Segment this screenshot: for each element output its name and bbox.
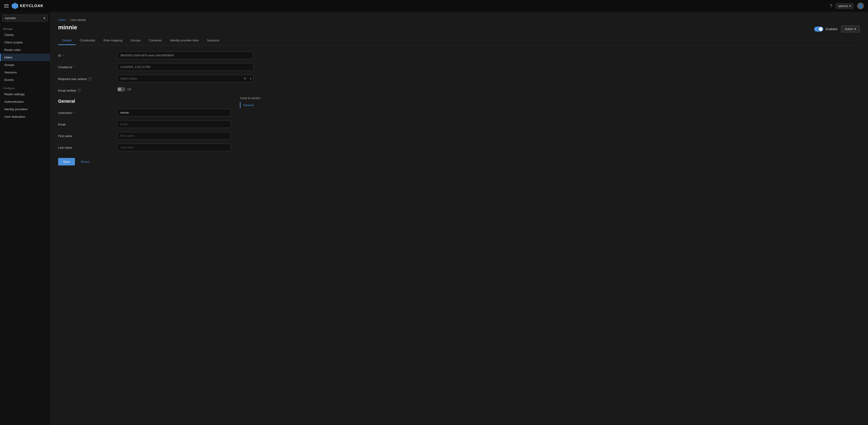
breadcrumb: Users › User details — [58, 18, 860, 22]
username-label: Username * — [58, 109, 117, 115]
sidebar-item-sessions[interactable]: Sessions — [0, 68, 50, 76]
sidebar-item-client-scopes[interactable]: Client scopes — [0, 39, 50, 46]
sidebar-item-realm-roles[interactable]: Realm roles — [0, 46, 50, 54]
breadcrumb-parent[interactable]: Users — [58, 18, 66, 22]
admin-label: admin2 — [838, 4, 848, 8]
id-label: ID * — [58, 52, 117, 57]
created-at-field — [117, 63, 253, 71]
tab-credentials[interactable]: Credentials — [75, 36, 99, 45]
enabled-label: Enabled — [826, 27, 837, 31]
sidebar-item-users[interactable]: Users — [0, 54, 50, 61]
tab-consents[interactable]: Consents — [145, 36, 166, 45]
header-actions: Enabled Action ▾ — [814, 25, 860, 32]
sidebar: myrealm ▾ Manage Clients Client scopes R… — [0, 12, 50, 425]
save-button[interactable]: Save — [58, 158, 75, 166]
tab-role-mapping[interactable]: Role mapping — [99, 36, 126, 45]
action-label: Action — [845, 27, 853, 31]
page-title: minnie — [58, 24, 77, 31]
id-required-star: * — [62, 54, 64, 57]
logo-area: KEYCLOAK — [12, 3, 43, 9]
content-area: Users › User details minnie Enabled Acti… — [50, 12, 868, 425]
avatar[interactable]: 👤 — [857, 2, 864, 9]
created-at-row: Created at * — [58, 63, 253, 71]
general-layout: General Username * Email — [58, 96, 860, 166]
created-at-label: Created at * — [58, 63, 117, 69]
jump-to-label: Jump to section — [240, 96, 281, 100]
email-field[interactable] — [117, 120, 231, 128]
nav-left: KEYCLOAK — [4, 3, 43, 9]
general-section-title: General — [58, 98, 231, 104]
select-clear-icon[interactable]: ✕ — [242, 76, 248, 81]
breadcrumb-current: User details — [70, 18, 86, 22]
email-verified-toggle[interactable] — [117, 87, 125, 92]
username-field[interactable] — [117, 109, 231, 116]
required-actions-row: Required user actions ? ✕ ▾ — [58, 75, 253, 82]
enabled-toggle[interactable]: Enabled — [814, 27, 837, 32]
top-form-section: ID * Created at * Required user actions … — [58, 52, 253, 92]
tab-details[interactable]: Details — [58, 36, 75, 45]
keycloak-logo-icon — [12, 3, 18, 9]
email-verified-state: Off — [127, 88, 131, 91]
tabs-bar: Details Credentials Role mapping Groups … — [58, 36, 860, 45]
id-field — [117, 52, 253, 59]
email-verified-help-icon[interactable]: ? — [77, 89, 81, 92]
admin-dropdown[interactable]: admin2 ▾ — [836, 3, 854, 9]
configure-section-label: Configure — [0, 84, 50, 90]
logo-text: KEYCLOAK — [20, 4, 43, 8]
tab-groups[interactable]: Groups — [126, 36, 145, 45]
email-verified-label: Email verified ? — [58, 86, 117, 92]
tab-sessions[interactable]: Sessions — [203, 36, 223, 45]
manage-section-label: Manage — [0, 24, 50, 31]
realm-selector[interactable]: myrealm ▾ — [2, 15, 48, 22]
first-name-field[interactable] — [117, 132, 231, 140]
created-at-required-star: * — [73, 66, 74, 69]
first-name-row: First name — [58, 132, 231, 140]
jump-to-general[interactable]: General — [240, 102, 281, 108]
tab-identity-provider-links[interactable]: Identity provider links — [166, 36, 203, 45]
select-chevron-icon[interactable]: ▾ — [248, 77, 253, 80]
sidebar-item-groups[interactable]: Groups — [0, 61, 50, 68]
required-actions-select[interactable]: ✕ ▾ — [117, 75, 253, 82]
sidebar-item-clients[interactable]: Clients — [0, 31, 50, 39]
first-name-label: First name — [58, 132, 117, 138]
username-row: Username * — [58, 109, 231, 116]
general-form: General Username * Email — [58, 96, 231, 166]
id-row: ID * — [58, 52, 253, 59]
revert-button[interactable]: Revert — [78, 158, 93, 166]
sidebar-item-realm-settings[interactable]: Realm settings — [0, 90, 50, 98]
nav-right: ? admin2 ▾ 👤 — [830, 2, 864, 9]
realm-chevron-icon: ▾ — [43, 17, 45, 20]
action-button[interactable]: Action ▾ — [841, 25, 860, 32]
username-required-star: * — [73, 111, 74, 115]
action-chevron-icon: ▾ — [855, 27, 856, 31]
sidebar-item-identity-providers[interactable]: Identity providers — [0, 106, 50, 113]
required-actions-input[interactable] — [117, 75, 242, 82]
chevron-down-icon: ▾ — [849, 4, 851, 8]
sidebar-item-authentication[interactable]: Authentication — [0, 98, 50, 106]
breadcrumb-separator: › — [68, 19, 69, 22]
help-icon[interactable]: ? — [830, 4, 832, 8]
hamburger-menu[interactable] — [4, 4, 9, 7]
enabled-switch[interactable] — [814, 27, 823, 32]
realm-name: myrealm — [5, 17, 16, 20]
email-row: Email — [58, 120, 231, 128]
sidebar-item-events[interactable]: Events — [0, 76, 50, 84]
bottom-bar: Save Revert — [58, 158, 231, 166]
jump-to-section: Jump to section General — [240, 96, 281, 166]
last-name-label: Last name — [58, 144, 117, 149]
last-name-row: Last name — [58, 144, 231, 151]
email-verified-row: Email verified ? Off — [58, 86, 253, 92]
top-navigation: KEYCLOAK ? admin2 ▾ 👤 — [0, 0, 868, 12]
required-actions-help-icon[interactable]: ? — [88, 77, 92, 81]
main-layout: myrealm ▾ Manage Clients Client scopes R… — [0, 12, 868, 425]
required-actions-label: Required user actions ? — [58, 75, 117, 81]
email-label: Email — [58, 120, 117, 126]
sidebar-item-user-federation[interactable]: User federation — [0, 113, 50, 120]
last-name-field[interactable] — [117, 144, 231, 151]
